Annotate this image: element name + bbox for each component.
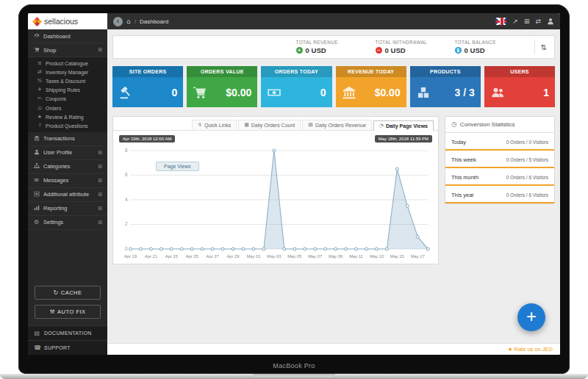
expand-icon[interactable]: ⊞ — [98, 164, 102, 170]
cache-button[interactable]: ↻CACHE — [35, 286, 101, 300]
tile-users[interactable]: USERS1 — [484, 66, 555, 107]
macbook-frame: sellacious DashboardShop⊞≡Product Catalo… — [18, 4, 570, 374]
sidebar-item-documentation[interactable]: ▤DOCUMENTATION — [28, 325, 107, 340]
sidebar-item-settings[interactable]: ⚙Settings⊞ — [28, 216, 107, 230]
tile-orders-today[interactable]: ORDERS TODAY0 — [261, 66, 331, 107]
tile-label: ORDERS VALUE — [187, 66, 257, 77]
expand-icon[interactable]: ⊞ — [98, 192, 102, 198]
user-icon — [34, 149, 40, 155]
sidebar-actions: ↻CACHE⚒AUTO FIX — [28, 279, 107, 325]
sidebar-subitem-shipping-rules[interactable]: ✈Shipping Rules — [28, 86, 107, 95]
language-flag-icon[interactable] — [495, 18, 506, 25]
expand-icon[interactable]: ⊞ — [98, 206, 102, 212]
clock-icon: ◷ — [451, 121, 457, 128]
legend-page-views[interactable]: Page Views — [156, 162, 199, 171]
action-button-label: AUTO FIX — [57, 308, 85, 315]
sidebar-nav: DashboardShop⊞≡Product Catalogue⇄Invento… — [28, 29, 107, 355]
sidebar-item-label: Transactions — [43, 135, 75, 142]
sidebar-subitem-inventory-manager[interactable]: ⇄Inventory Manager — [28, 68, 107, 76]
svg-text:Apr 25: Apr 25 — [186, 254, 199, 259]
svg-text:Apr 29: Apr 29 — [227, 254, 240, 259]
sidebar-item-label: Categories — [43, 163, 70, 170]
sidebar-item-label: Messages — [43, 177, 68, 184]
sort-icon[interactable]: ⇅ — [534, 40, 547, 54]
svg-text:May 03: May 03 — [267, 254, 282, 259]
balance-circle-icon: $ — [455, 47, 462, 54]
tab-quick-links[interactable]: ↯Quick Links — [192, 120, 237, 130]
sidebar-item-reporting[interactable]: Reporting⊞ — [28, 202, 107, 216]
attribute-icon — [34, 191, 40, 197]
svg-text:8: 8 — [125, 148, 128, 153]
sidebar-subitem-coupons[interactable]: ✂Coupons — [28, 95, 107, 104]
conversion-rows: Today0 Orders / 0 VisitorsThis week0 Ord… — [445, 133, 554, 203]
sidebar-subitem-product-catalogue[interactable]: ≡Product Catalogue — [28, 59, 107, 68]
total-value: 0 USD — [306, 46, 326, 54]
chart-tabs: ↯Quick Links▦Daily Orders Count▤Daily Or… — [113, 117, 438, 131]
envelope-icon: ✉ — [34, 177, 39, 184]
bank-building-icon — [34, 135, 40, 141]
sidebar-item-shop[interactable]: Shop⊞ — [28, 43, 107, 57]
brand-logo[interactable]: sellacious — [28, 13, 107, 29]
svg-text:May 09: May 09 — [329, 254, 343, 259]
sidebar-subitem-product-questions[interactable]: ?Product Questions — [28, 121, 107, 130]
external-link-icon[interactable]: ↗ — [512, 18, 518, 25]
book-icon: ▤ — [35, 330, 40, 336]
sidebar-subitem-taxes-discount[interactable]: %Taxes & Discount — [28, 76, 107, 85]
switch-view-icon[interactable]: ⇄ — [535, 18, 541, 25]
sidebar-item-user-profile[interactable]: User Profile⊞ — [28, 146, 107, 160]
percent-icon: % — [37, 78, 43, 84]
sidebar-subitem-orders[interactable]: ◎Orders — [28, 104, 107, 112]
tab-daily-orders-revenue[interactable]: ▤Daily Orders Revenue — [302, 120, 372, 130]
tab-label: Daily Page Views — [386, 123, 428, 129]
home-icon[interactable]: ⌂ — [126, 18, 131, 25]
sidebar-item-messages[interactable]: ✉Messages⊞ — [28, 174, 107, 188]
refresh-icon: ↻ — [54, 289, 59, 296]
banknote-icon — [267, 85, 282, 100]
conversion-row-label: This year — [451, 192, 474, 198]
sidebar-subitem-label: Inventory Manager — [46, 70, 88, 75]
tile-revenue-today[interactable]: REVENUE TODAY$0.00 — [336, 66, 406, 107]
user-group-icon — [490, 85, 505, 100]
question-icon: ? — [38, 123, 41, 129]
rate-us-link[interactable]: ★ Rate us on JED — [508, 346, 553, 353]
total-value: 0 USD — [465, 46, 485, 54]
fullscreen-icon[interactable]: ⊞ — [524, 18, 530, 25]
conversion-row-value: 0 Orders / 6 Visitors — [506, 192, 548, 198]
sidebar-item-categories[interactable]: Categories⊞ — [28, 160, 107, 174]
sidebar-item-additional-attribute[interactable]: Additional attribute⊞ — [28, 188, 107, 202]
conversion-row-value: 0 Orders / 6 Visitors — [506, 175, 548, 180]
sidebar-item-transactions[interactable]: Transactions — [28, 132, 107, 146]
tile-value: $0.00 — [226, 87, 251, 98]
conversion-row-this-year: This year0 Orders / 6 Visitors — [445, 186, 554, 203]
sidebar-subitem-review-rating[interactable]: ★Review & Rating — [28, 112, 107, 121]
sidebar-item-label: Reporting — [43, 205, 68, 212]
tab-daily-page-views[interactable]: ◔Daily Page Views — [373, 120, 434, 131]
tile-orders-value[interactable]: ORDERS VALUE$0.00 — [187, 66, 257, 107]
add-button[interactable]: + — [517, 303, 545, 331]
sidebar-item-label: Shop — [43, 47, 57, 54]
chart-area: Apr 19th, 2018 12:00 AM May 18th, 2018 1… — [113, 131, 438, 264]
svg-text:Apr 19: Apr 19 — [124, 254, 137, 259]
back-button[interactable]: ‹ — [113, 17, 123, 26]
tile-products[interactable]: PRODUCTS3 / 3 — [410, 66, 481, 107]
svg-text:May 01: May 01 — [246, 254, 260, 259]
svg-text:0: 0 — [125, 246, 128, 251]
user-account-icon[interactable] — [547, 18, 554, 25]
expand-icon[interactable]: ⊞ — [98, 47, 102, 53]
expand-icon[interactable]: ⊞ — [98, 178, 102, 184]
sidebar-item-dashboard[interactable]: Dashboard — [28, 29, 107, 43]
sidebar-subitem-label: Product Catalogue — [46, 61, 88, 66]
sidebar-subitem-label: Review & Rating — [46, 115, 84, 120]
expand-icon[interactable]: ⊞ — [98, 150, 102, 156]
device-label: MacBook Pro — [18, 362, 570, 369]
tab-daily-orders-count[interactable]: ▦Daily Orders Count — [238, 120, 301, 130]
tile-site-orders[interactable]: SITE ORDERS0 — [112, 66, 183, 107]
revenue-icon: ▤ — [308, 122, 313, 128]
sitemap-icon — [34, 163, 40, 169]
report-icon — [34, 205, 40, 211]
sidebar-item-support[interactable]: ☎SUPPORT — [28, 340, 107, 355]
expand-icon[interactable]: ⊞ — [98, 220, 102, 225]
topbar: ‹ ⌂ / Dashboard ↗ ⊞ ⇄ — [107, 13, 560, 29]
auto-fix-button[interactable]: ⚒AUTO FIX — [35, 305, 101, 319]
tile-label: PRODUCTS — [410, 66, 481, 77]
